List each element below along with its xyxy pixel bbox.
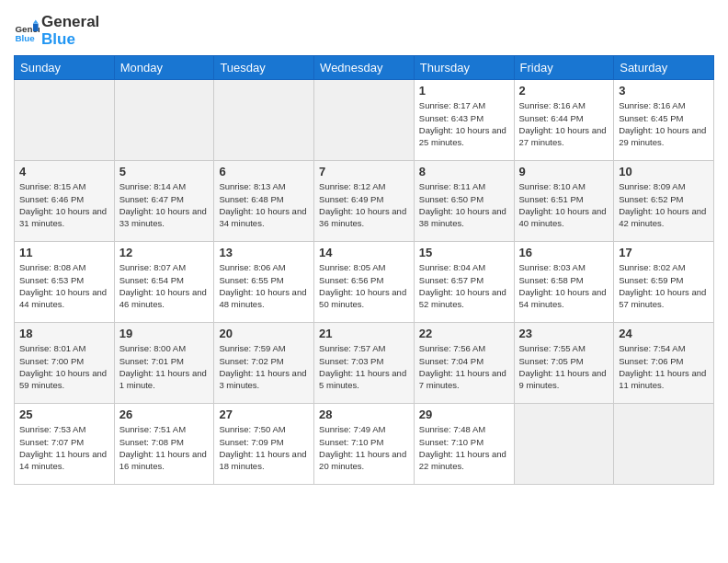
calendar-cell: 11 Sunrise: 8:08 AM Sunset: 6:53 PM Dayl… (15, 242, 115, 323)
calendar-cell: 2 Sunrise: 8:16 AM Sunset: 6:44 PM Dayli… (514, 80, 614, 161)
day-info: Sunrise: 8:00 AM Sunset: 7:01 PM Dayligh… (119, 342, 210, 391)
calendar-cell: 15 Sunrise: 8:04 AM Sunset: 6:57 PM Dayl… (414, 242, 514, 323)
calendar-cell: 17 Sunrise: 8:02 AM Sunset: 6:59 PM Dayl… (614, 242, 714, 323)
day-info: Sunrise: 7:55 AM Sunset: 7:05 PM Dayligh… (519, 342, 609, 391)
day-number: 6 (219, 165, 309, 178)
day-info: Sunrise: 7:56 AM Sunset: 7:04 PM Dayligh… (419, 342, 509, 391)
day-number: 2 (519, 84, 609, 98)
calendar-cell: 7 Sunrise: 8:12 AM Sunset: 6:49 PM Dayli… (314, 161, 415, 242)
day-number: 20 (219, 327, 309, 340)
header: General Blue General Blue (14, 9, 714, 48)
calendar-cell: 3 Sunrise: 8:16 AM Sunset: 6:45 PM Dayli… (614, 80, 714, 161)
calendar-cell (314, 80, 415, 161)
calendar-cell (214, 80, 314, 161)
day-number: 18 (19, 327, 109, 340)
calendar-cell: 28 Sunrise: 7:49 AM Sunset: 7:10 PM Dayl… (314, 404, 415, 485)
day-info: Sunrise: 8:03 AM Sunset: 6:58 PM Dayligh… (519, 261, 609, 310)
day-number: 4 (19, 165, 109, 178)
calendar-table: SundayMondayTuesdayWednesdayThursdayFrid… (14, 55, 714, 485)
day-info: Sunrise: 8:02 AM Sunset: 6:59 PM Dayligh… (619, 261, 709, 310)
logo: General Blue General Blue (14, 14, 99, 48)
day-info: Sunrise: 7:53 AM Sunset: 7:07 PM Dayligh… (19, 423, 109, 472)
day-info: Sunrise: 8:16 AM Sunset: 6:44 PM Dayligh… (519, 99, 609, 148)
day-number: 24 (619, 327, 709, 340)
calendar-cell: 29 Sunrise: 7:48 AM Sunset: 7:10 PM Dayl… (414, 404, 514, 485)
calendar-cell: 25 Sunrise: 7:53 AM Sunset: 7:07 PM Dayl… (15, 404, 115, 485)
day-number: 15 (419, 246, 509, 259)
day-info: Sunrise: 7:59 AM Sunset: 7:02 PM Dayligh… (219, 342, 309, 391)
day-info: Sunrise: 8:17 AM Sunset: 6:43 PM Dayligh… (419, 99, 509, 148)
weekday-header: Wednesday (314, 56, 415, 80)
logo-icon: General Blue (14, 18, 40, 44)
calendar-row: 11 Sunrise: 8:08 AM Sunset: 6:53 PM Dayl… (15, 242, 714, 323)
day-info: Sunrise: 8:10 AM Sunset: 6:51 PM Dayligh… (519, 180, 609, 229)
calendar-cell: 24 Sunrise: 7:54 AM Sunset: 7:06 PM Dayl… (614, 323, 714, 404)
calendar-cell: 18 Sunrise: 8:01 AM Sunset: 7:00 PM Dayl… (15, 323, 115, 404)
day-number: 10 (619, 165, 709, 178)
day-number: 28 (319, 408, 409, 421)
day-info: Sunrise: 7:51 AM Sunset: 7:08 PM Dayligh… (119, 423, 210, 472)
day-info: Sunrise: 8:15 AM Sunset: 6:46 PM Dayligh… (19, 180, 109, 229)
calendar-cell (614, 404, 714, 485)
calendar-row: 18 Sunrise: 8:01 AM Sunset: 7:00 PM Dayl… (15, 323, 714, 404)
day-info: Sunrise: 8:16 AM Sunset: 6:45 PM Dayligh… (619, 99, 709, 148)
weekday-header: Saturday (614, 56, 714, 80)
calendar-cell: 10 Sunrise: 8:09 AM Sunset: 6:52 PM Dayl… (614, 161, 714, 242)
day-number: 12 (119, 246, 210, 259)
day-info: Sunrise: 8:09 AM Sunset: 6:52 PM Dayligh… (619, 180, 709, 229)
calendar-cell: 5 Sunrise: 8:14 AM Sunset: 6:47 PM Dayli… (114, 161, 214, 242)
day-number: 7 (319, 165, 409, 178)
day-info: Sunrise: 7:48 AM Sunset: 7:10 PM Dayligh… (419, 423, 509, 472)
day-info: Sunrise: 8:08 AM Sunset: 6:53 PM Dayligh… (19, 261, 109, 310)
calendar-cell (114, 80, 214, 161)
calendar-cell: 8 Sunrise: 8:11 AM Sunset: 6:50 PM Dayli… (414, 161, 514, 242)
calendar-cell: 16 Sunrise: 8:03 AM Sunset: 6:58 PM Dayl… (514, 242, 614, 323)
logo-text: General Blue (41, 14, 99, 48)
day-number: 16 (519, 246, 609, 259)
weekday-header: Thursday (414, 56, 514, 80)
calendar-cell: 23 Sunrise: 7:55 AM Sunset: 7:05 PM Dayl… (514, 323, 614, 404)
calendar-cell: 1 Sunrise: 8:17 AM Sunset: 6:43 PM Dayli… (414, 80, 514, 161)
day-number: 5 (119, 165, 210, 178)
day-number: 26 (119, 408, 210, 421)
weekday-header: Sunday (15, 56, 115, 80)
day-number: 8 (419, 165, 509, 178)
calendar-cell: 21 Sunrise: 7:57 AM Sunset: 7:03 PM Dayl… (314, 323, 415, 404)
calendar-cell (15, 80, 115, 161)
calendar-cell: 26 Sunrise: 7:51 AM Sunset: 7:08 PM Dayl… (114, 404, 214, 485)
day-info: Sunrise: 8:01 AM Sunset: 7:00 PM Dayligh… (19, 342, 109, 391)
calendar-cell: 22 Sunrise: 7:56 AM Sunset: 7:04 PM Dayl… (414, 323, 514, 404)
calendar-cell: 13 Sunrise: 8:06 AM Sunset: 6:55 PM Dayl… (214, 242, 314, 323)
day-info: Sunrise: 7:50 AM Sunset: 7:09 PM Dayligh… (219, 423, 309, 472)
day-number: 11 (19, 246, 109, 259)
day-number: 25 (19, 408, 109, 421)
day-number: 17 (619, 246, 709, 259)
day-number: 14 (319, 246, 409, 259)
svg-marker-2 (33, 23, 39, 30)
day-info: Sunrise: 8:11 AM Sunset: 6:50 PM Dayligh… (419, 180, 509, 229)
day-number: 23 (519, 327, 609, 340)
day-info: Sunrise: 7:54 AM Sunset: 7:06 PM Dayligh… (619, 342, 709, 391)
calendar-row: 1 Sunrise: 8:17 AM Sunset: 6:43 PM Dayli… (15, 80, 714, 161)
calendar-cell: 20 Sunrise: 7:59 AM Sunset: 7:02 PM Dayl… (214, 323, 314, 404)
calendar-cell: 6 Sunrise: 8:13 AM Sunset: 6:48 PM Dayli… (214, 161, 314, 242)
day-number: 27 (219, 408, 309, 421)
day-number: 1 (419, 84, 509, 98)
calendar-cell: 14 Sunrise: 8:05 AM Sunset: 6:56 PM Dayl… (314, 242, 415, 323)
calendar-cell: 12 Sunrise: 8:07 AM Sunset: 6:54 PM Dayl… (114, 242, 214, 323)
day-info: Sunrise: 8:07 AM Sunset: 6:54 PM Dayligh… (119, 261, 210, 310)
calendar-row: 4 Sunrise: 8:15 AM Sunset: 6:46 PM Dayli… (15, 161, 714, 242)
svg-marker-3 (33, 19, 39, 23)
calendar-header-row: SundayMondayTuesdayWednesdayThursdayFrid… (15, 56, 714, 80)
calendar-body: 1 Sunrise: 8:17 AM Sunset: 6:43 PM Dayli… (15, 80, 714, 485)
calendar-cell: 4 Sunrise: 8:15 AM Sunset: 6:46 PM Dayli… (15, 161, 115, 242)
calendar-cell: 9 Sunrise: 8:10 AM Sunset: 6:51 PM Dayli… (514, 161, 614, 242)
day-info: Sunrise: 8:12 AM Sunset: 6:49 PM Dayligh… (319, 180, 409, 229)
calendar-cell: 19 Sunrise: 8:00 AM Sunset: 7:01 PM Dayl… (114, 323, 214, 404)
weekday-header: Friday (514, 56, 614, 80)
day-info: Sunrise: 8:14 AM Sunset: 6:47 PM Dayligh… (119, 180, 210, 229)
day-info: Sunrise: 7:57 AM Sunset: 7:03 PM Dayligh… (319, 342, 409, 391)
day-info: Sunrise: 7:49 AM Sunset: 7:10 PM Dayligh… (319, 423, 409, 472)
day-info: Sunrise: 8:04 AM Sunset: 6:57 PM Dayligh… (419, 261, 509, 310)
day-number: 21 (319, 327, 409, 340)
